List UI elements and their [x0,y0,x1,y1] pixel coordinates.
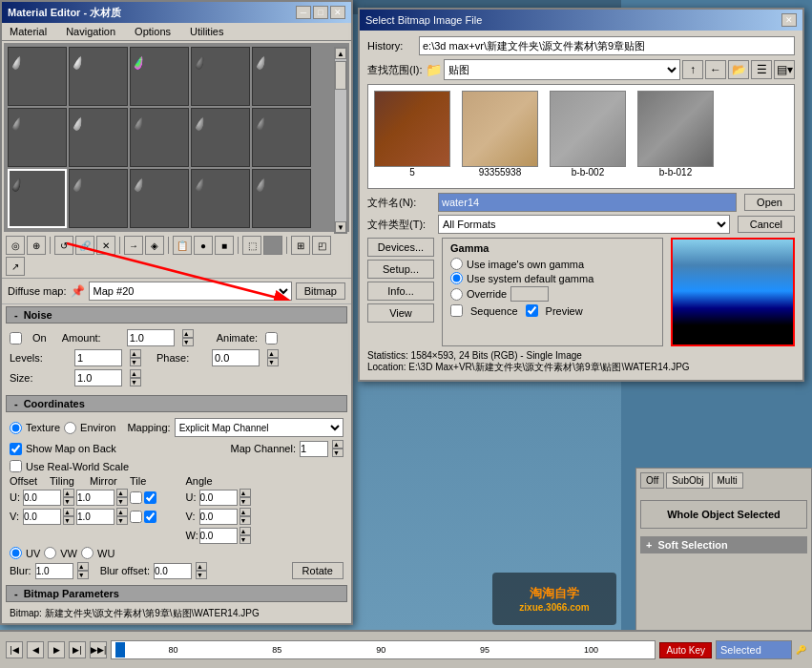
sphere-cell-1[interactable] [8,47,67,106]
coords-section-header[interactable]: - Coordinates [6,395,347,412]
phase-spinner[interactable]: ▲ ▼ [267,349,279,366]
view2-button[interactable]: ◰ [312,236,331,255]
thumb-bbo12[interactable]: b-b-012 [637,91,714,177]
levels-spinner[interactable]: ▲ ▼ [130,349,141,366]
w-angle-spinner[interactable]: ▲▼ [239,527,251,544]
timeline-cursor[interactable] [115,642,125,658]
map-ch-down[interactable]: ▼ [332,449,344,457]
transport-start[interactable]: |◀ [6,641,23,658]
soft-selection-bar[interactable]: + Soft Selection [640,536,807,553]
sphere-cell-12[interactable] [69,169,128,228]
maximize-button[interactable]: □ [313,6,328,19]
menu-utilities[interactable]: Utilities [186,25,227,38]
u-offset-input[interactable] [23,490,61,506]
menu-material[interactable]: Material [6,25,51,38]
size-down[interactable]: ▼ [130,378,141,386]
view-button[interactable]: View [367,303,434,323]
gamma-override-input[interactable] [510,286,549,302]
backlight-button[interactable] [263,236,282,255]
map-channel-input[interactable] [300,441,328,457]
transport-end[interactable]: ▶▶| [90,641,107,658]
sphere-cell-13[interactable] [130,169,189,228]
filetype-select[interactable]: All Formats [438,215,730,234]
menu-navigation[interactable]: Navigation [62,25,119,38]
show-map-checkbox[interactable] [10,443,22,455]
close-button[interactable]: ✕ [330,6,345,19]
u-angle-input[interactable] [199,490,238,506]
sphere-cell-11[interactable] [8,169,67,228]
v-angle-input[interactable] [199,509,238,525]
vw-radio[interactable] [44,547,56,559]
devices-button[interactable]: Devices... [367,238,434,257]
size-up[interactable]: ▲ [130,369,141,378]
uv-radio[interactable] [10,547,22,559]
texture-radio[interactable] [10,422,22,434]
reset-button[interactable]: ↺ [54,236,73,255]
cancel-button[interactable]: Cancel [738,216,795,233]
view1-button[interactable]: ⊞ [291,236,310,255]
v-mirror-checkbox[interactable] [130,511,142,523]
thumb-93355938[interactable]: 93355938 [462,91,538,177]
w-angle-input[interactable] [199,528,238,544]
box-toggle-button[interactable]: ■ [215,236,234,255]
amount-input[interactable]: 1.0 [127,329,175,346]
amount-up[interactable]: ▲ [182,329,194,338]
sphere-button[interactable]: ● [194,236,213,255]
preview-checkbox[interactable] [526,304,538,317]
delete-button[interactable]: ✕ [96,236,115,255]
sphere-cell-8[interactable] [130,108,189,167]
sphere-cell-9[interactable] [191,108,250,167]
sphere-cell-6[interactable] [8,108,67,167]
phase-up[interactable]: ▲ [267,349,279,358]
nav-list-button[interactable]: ☰ [751,60,772,79]
nav-up-button[interactable]: ↑ [682,60,703,79]
off-button[interactable]: Off [640,472,664,489]
minimize-button[interactable]: ─ [296,6,311,19]
gamma-system-radio[interactable] [450,272,463,284]
open-button[interactable]: Open [744,194,795,211]
scroll-thumb[interactable] [335,61,346,90]
u-mirror-checkbox[interactable] [130,491,142,504]
scroll-to-button[interactable]: ↗ [6,257,25,276]
subobj-button[interactable]: SubObj [666,472,709,489]
sphere-cell-4[interactable] [191,47,250,106]
transport-play[interactable]: ▶ [48,641,65,658]
u-offset-spinner[interactable]: ▲▼ [63,489,74,506]
nav-folder-button[interactable]: 📂 [728,60,749,79]
sphere-cell-2[interactable] [69,47,128,106]
transport-prev[interactable]: ◀ [27,641,44,658]
animate-checkbox[interactable] [265,332,278,344]
filename-input[interactable] [438,193,737,212]
blur-offset-spinner[interactable]: ▲▼ [196,562,207,579]
select-button[interactable]: ◈ [145,236,164,255]
bitmap-params-header[interactable]: - Bitmap Parameters [6,585,347,602]
noise-section-header[interactable]: - Noise [6,306,347,324]
mapping-select[interactable]: Explicit Map Channel [175,418,344,437]
blur-input[interactable] [35,563,73,579]
real-world-checkbox[interactable] [10,460,22,472]
nav-details-button[interactable]: ▤▾ [774,60,795,79]
sphere-cell-10[interactable] [252,108,311,167]
v-tiling-input[interactable] [76,509,115,525]
amount-down[interactable]: ▼ [182,338,194,346]
setup-button[interactable]: Setup... [367,260,434,279]
sbd-close-button[interactable]: ✕ [781,13,797,27]
nav-back-button[interactable]: ← [705,60,726,79]
auto-key-button[interactable]: Auto Key [659,642,712,658]
pin-icon[interactable]: 📌 [71,284,85,298]
sphere-cell-3[interactable] [130,47,189,106]
menu-options[interactable]: Options [131,25,175,38]
map-select[interactable]: Map #20 [89,282,292,301]
info-button[interactable]: Info... [367,282,434,301]
v-offset-spinner[interactable]: ▲▼ [63,508,74,525]
history-input[interactable] [419,36,795,55]
bitmap-button[interactable]: Bitmap [296,282,345,300]
sphere-grid-scrollbar[interactable]: ▲ ▼ [334,47,347,234]
wu-radio[interactable] [81,547,94,559]
u-tile-checkbox[interactable] [144,491,156,504]
u-tiling-input[interactable] [76,490,115,506]
blur-spinner[interactable]: ▲▼ [77,562,89,579]
transport-next[interactable]: ▶| [69,641,86,658]
v-tiling-spinner[interactable]: ▲▼ [116,508,128,525]
make-unique-button[interactable]: 🔗 [75,236,94,255]
